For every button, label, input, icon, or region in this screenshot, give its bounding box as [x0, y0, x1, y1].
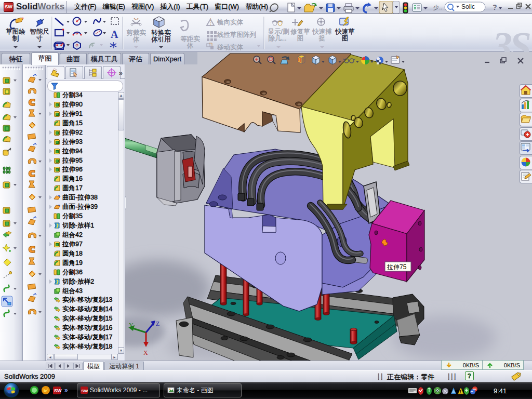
svg-text:修复草: 修复草 [290, 28, 310, 35]
svg-text:剪裁实: 剪裁实 [126, 29, 146, 36]
svg-text:草图绘: 草图绘 [6, 28, 25, 35]
svg-text:Solic: Solic [461, 3, 475, 10]
svg-text:寸: 寸 [36, 35, 43, 42]
svg-text:图: 图 [297, 35, 304, 42]
svg-text:X: X [143, 349, 148, 356]
svg-text:显示/删: 显示/删 [268, 28, 289, 35]
svg-text:!: ! [460, 389, 461, 394]
svg-text:体: 体 [187, 42, 194, 49]
svg-text:SW: SW [82, 389, 88, 393]
svg-text:制: 制 [12, 35, 19, 42]
svg-text:»: » [64, 387, 68, 394]
svg-text:快速捕: 快速捕 [312, 28, 332, 35]
svg-text:?: ? [493, 3, 497, 11]
svg-text:体引用: 体引用 [151, 36, 171, 43]
svg-text:智能尺: 智能尺 [30, 28, 49, 35]
svg-text:Y: Y [129, 322, 134, 329]
svg-text:Z: Z [156, 320, 159, 327]
svg-text:转换实: 转换实 [151, 29, 171, 36]
svg-text:镜向实体: 镜向实体 [217, 19, 244, 26]
svg-text:A: A [111, 29, 118, 40]
svg-text:拉伸75: 拉伸75 [387, 263, 407, 271]
svg-text:快速草: 快速草 [335, 28, 355, 35]
svg-text:除几...: 除几... [268, 35, 286, 42]
svg-text:移动实体: 移动实体 [217, 44, 244, 51]
svg-text:等距实: 等距实 [180, 35, 200, 43]
svg-text:图: 图 [342, 35, 349, 42]
svg-text:捉: 捉 [318, 35, 326, 42]
svg-text:线性草图阵列: 线性草图阵列 [217, 31, 256, 38]
svg-text:体: 体 [133, 36, 140, 43]
svg-text:少..: 少.. [433, 4, 442, 10]
svg-text:SW: SW [54, 388, 62, 393]
